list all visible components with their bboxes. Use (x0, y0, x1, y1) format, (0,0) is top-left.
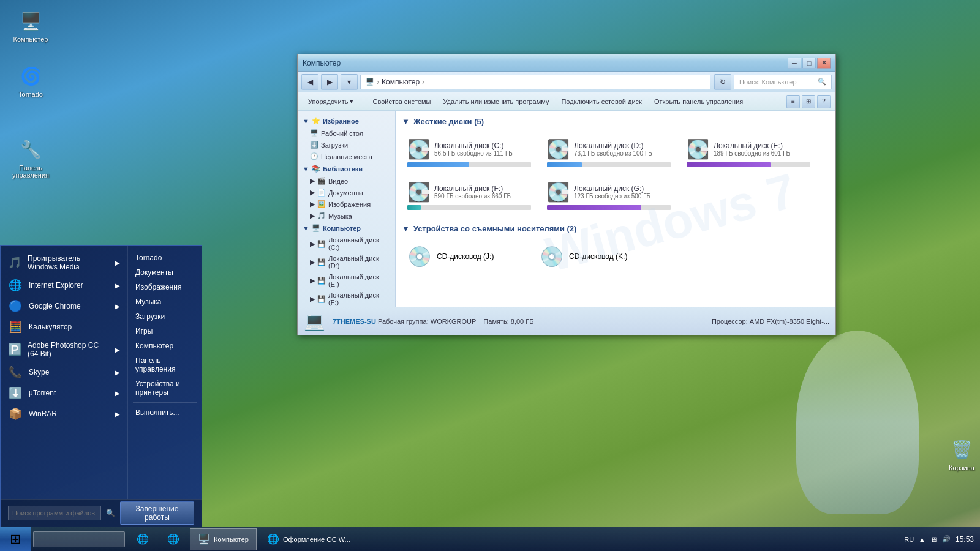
recycle-bin-icon: 🗑️ (949, 437, 974, 462)
status-info: 7THEMES-SU Рабочая группа: WORKGROUP Пам… (333, 318, 704, 325)
sm-right-downloads[interactable]: Загрузки (128, 309, 202, 324)
uninstall-button[interactable]: Удалить или изменить программу (437, 94, 554, 109)
sm-right-devices[interactable]: Устройства и принтеры (128, 377, 202, 400)
minimize-button[interactable]: ─ (788, 58, 801, 69)
skype-icon: 📞 (8, 365, 23, 379)
start-button[interactable]: ⊞ (0, 527, 31, 552)
sm-item-media[interactable]: 🎵 Проигрыватель Windows Media ▶ (1, 250, 127, 275)
photoshop-icon: 🅿️ (8, 343, 21, 356)
media-icon: 🎵 (8, 256, 21, 269)
sidebar-computer-header[interactable]: ▼ 🖥️ Компьютер (298, 222, 395, 234)
sm-item-ie[interactable]: 🌐 Internet Explorer ▶ (1, 275, 127, 296)
back-button[interactable]: ◀ (301, 74, 318, 90)
start-search-input[interactable] (8, 506, 101, 520)
disk-d-space: 73,1 ГБ свободно из 100 ГБ (574, 150, 671, 157)
sidebar-item-video[interactable]: ▶ 🎬 Видео (298, 175, 395, 187)
disk-e-bar-container (687, 162, 810, 167)
sm-item-utorrent[interactable]: ⬇️ µTorrent ▶ (1, 383, 127, 403)
net-drive-button[interactable]: Подключить сетевой диск (556, 94, 647, 109)
sm-item-chrome[interactable]: 🔵 Google Chrome ▶ (1, 296, 127, 317)
calc-icon: 🧮 (8, 320, 23, 334)
winrar-arrow-icon: ▶ (115, 411, 120, 418)
winrar-label: WinRAR (29, 410, 57, 418)
sidebar-item-downloads[interactable]: ⬇️ Загрузки (298, 139, 395, 151)
taskbar-item-ie[interactable]: 🌐 (129, 528, 157, 550)
desktop-icon-tornado[interactable]: 🌀 Tornado (6, 61, 55, 100)
close-button[interactable]: ✕ (817, 58, 831, 69)
disk-g-item[interactable]: 💽 Локальный диск (G:) 123 ГБ свободно из… (541, 176, 676, 214)
help-button[interactable]: ? (817, 95, 831, 108)
view-tiles-button[interactable]: ⊞ (802, 95, 815, 108)
music-icon: 🎵 (317, 212, 326, 220)
sm-right-images[interactable]: Изображения (128, 280, 202, 294)
expand-c-icon: ▶ (310, 240, 315, 248)
refresh-button[interactable]: ↻ (714, 74, 731, 90)
maximize-button[interactable]: □ (802, 58, 816, 69)
cdrom-j-item[interactable]: 💿 CD-дисковод (J:) (402, 241, 524, 272)
sidebar-item-disk-d[interactable]: ▶ 💾 Локальный диск (D:) (298, 253, 395, 271)
sidebar-item-disk-f[interactable]: ▶ 💾 Локальный диск (F:) (298, 290, 395, 307)
taskbar-monitor-icon: 🖥 (930, 536, 937, 543)
media-label: Проигрыватель Windows Media (28, 254, 109, 271)
desktop-icon-control-panel[interactable]: 🔧 Панель управления (6, 135, 55, 181)
disk-f-img: 💽 (407, 181, 429, 203)
sidebar-item-docs[interactable]: ▶ 📄 Документы (298, 187, 395, 198)
sm-right-games[interactable]: Игры (128, 324, 202, 339)
sidebar-libraries-header[interactable]: ▼ 📚 Библиотеки (298, 162, 395, 175)
disk-f-item[interactable]: 💽 Локальный диск (F:) 590 ГБ свободно из… (402, 176, 537, 214)
shutdown-button[interactable]: Завершение работы (120, 501, 194, 525)
open-control-button[interactable]: Открыть панель управления (649, 94, 748, 109)
address-bar[interactable]: 🖥️ › Компьютер › (360, 75, 710, 89)
removable-collapse-icon[interactable]: ▼ (402, 224, 410, 233)
sm-item-winrar[interactable]: 📦 WinRAR ▶ (1, 403, 127, 424)
sidebar-item-desktop[interactable]: 🖥️ Рабочий стол (298, 127, 395, 139)
sm-item-calc[interactable]: 🧮 Калькулятор (1, 317, 127, 337)
sm-right-run[interactable]: Выполнить... (128, 405, 202, 420)
sm-right-music[interactable]: Музыка (128, 294, 202, 309)
dropdown-button[interactable]: ▾ (341, 74, 358, 90)
sidebar-favorites-header[interactable]: ▼ ⭐ Избранное (298, 114, 395, 127)
disk-c-item[interactable]: 💽 Локальный диск (C:) 56,5 ГБ свободно и… (402, 133, 537, 171)
sidebar-item-music[interactable]: ▶ 🎵 Музыка (298, 210, 395, 222)
taskbar: ⊞ 🌐 🌐 🖥️ Компьютер 🌐 Оформление ОС W... … (0, 527, 980, 551)
disk-e-item[interactable]: 💽 Локальный диск (E:) 189 ГБ свободно из… (681, 133, 816, 171)
libraries-icon: 📚 (312, 165, 320, 173)
sm-right-docs[interactable]: Документы (128, 265, 202, 280)
sidebar-item-disk-e[interactable]: ▶ 💾 Локальный диск (E:) (298, 271, 395, 290)
disk-d-item[interactable]: 💽 Локальный диск (D:) 73,1 ГБ свободно и… (541, 133, 676, 171)
taskbar-item-computer[interactable]: 🖥️ Компьютер (190, 528, 257, 550)
computer-sidebar-icon2: 🖥️ (312, 224, 320, 232)
sm-right-computer[interactable]: Компьютер (128, 339, 202, 353)
calc-label: Калькулятор (29, 323, 72, 331)
sm-separator (133, 402, 197, 403)
taskbar-item-ie2[interactable]: 🌐 (159, 528, 187, 550)
disk-f-bar-container (407, 205, 531, 210)
desktop-icon-recycle[interactable]: 🗑️ Корзина (937, 435, 980, 474)
sidebar-item-images[interactable]: ▶ 🖼️ Изображения (298, 198, 395, 210)
sm-item-photoshop[interactable]: 🅿️ Adobe Photoshop CC (64 Bit) ▶ (1, 337, 127, 362)
skype-arrow-icon: ▶ (115, 369, 120, 376)
forward-button[interactable]: ▶ (321, 74, 338, 90)
sidebar-item-recent[interactable]: 🕐 Недавние места (298, 151, 395, 162)
sys-props-button[interactable]: Свойства системы (367, 94, 436, 109)
sm-right-control[interactable]: Панель управления (128, 353, 202, 377)
taskbar-computer-icon: 🖥️ (198, 533, 210, 545)
pc-status-icon: 💻 (304, 311, 325, 331)
cdrom-k-icon: 💿 (540, 245, 564, 268)
taskbar-search-input[interactable] (33, 531, 125, 547)
taskbar-item-chrome[interactable]: 🌐 Оформление ОС W... (259, 528, 358, 550)
organize-button[interactable]: Упорядочить ▾ (303, 94, 359, 109)
favorites-label: Избранное (323, 118, 359, 125)
sidebar-item-disk-c[interactable]: ▶ 💾 Локальный диск (C:) (298, 234, 395, 253)
disk-g-name: Локальный диск (G:) (574, 184, 671, 193)
desktop-icon-computer[interactable]: 🖥️ Компьютер (6, 6, 55, 45)
sm-item-skype[interactable]: 📞 Skype ▶ (1, 362, 127, 383)
sm-right-tornado[interactable]: Tornado (128, 250, 202, 265)
view-details-button[interactable]: ≡ (786, 95, 800, 108)
hard-disks-collapse-icon[interactable]: ▼ (402, 117, 410, 126)
search-box[interactable]: Поиск: Компьютер 🔍 (734, 75, 832, 89)
breadcrumb-computer: 🖥️ (366, 78, 374, 86)
disk-d-name: Локальный диск (D:) (574, 141, 671, 150)
disk-d-img: 💽 (547, 138, 569, 160)
cdrom-k-item[interactable]: 💿 CD-дисковод (K:) (534, 241, 657, 272)
